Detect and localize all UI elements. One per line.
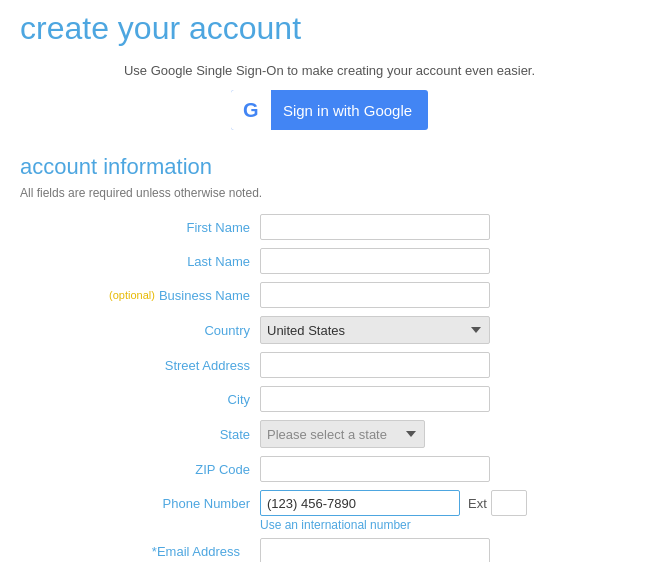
state-select[interactable]: Please select a state Alabama Alaska Ari… <box>260 420 425 448</box>
zip-code-label: ZIP Code <box>20 462 260 477</box>
first-name-row: First Name <box>20 214 639 240</box>
state-label: State <box>20 427 260 442</box>
street-address-row: Street Address <box>20 352 639 378</box>
first-name-input[interactable] <box>260 214 490 240</box>
country-select[interactable]: United States Canada United Kingdom Aust… <box>260 316 490 344</box>
first-name-label: First Name <box>20 220 260 235</box>
google-sign-in-button[interactable]: G Sign in with Google <box>231 90 428 130</box>
intl-number-link[interactable]: Use an international number <box>260 518 639 532</box>
page-container: create your account Use Google Single Si… <box>0 0 659 562</box>
required-note: All fields are required unless otherwise… <box>20 186 639 200</box>
google-g-logo: G <box>243 99 259 122</box>
ext-label: Ext <box>468 496 487 511</box>
phone-number-input[interactable] <box>260 490 460 516</box>
account-info-title: account information <box>20 154 639 180</box>
country-label: Country <box>20 323 260 338</box>
business-name-label: Business Name <box>159 288 250 303</box>
email-label-wrapper: *Email Address <box>20 544 260 559</box>
last-name-label: Last Name <box>20 254 260 269</box>
city-input[interactable] <box>260 386 490 412</box>
email-input[interactable] <box>260 538 490 562</box>
business-name-label-group: (optional) Business Name <box>20 288 260 303</box>
business-name-row: (optional) Business Name <box>20 282 639 308</box>
optional-tag: (optional) <box>109 289 155 301</box>
google-btn-label: Sign in with Google <box>283 102 412 119</box>
google-sso-text: Use Google Single Sign-On to make creati… <box>20 63 639 78</box>
state-row: State Please select a state Alabama Alas… <box>20 420 639 448</box>
phone-number-row: Phone Number Ext <box>20 490 639 516</box>
country-row: Country United States Canada United King… <box>20 316 639 344</box>
phone-number-label: Phone Number <box>20 496 260 511</box>
google-sso-section: Use Google Single Sign-On to make creati… <box>20 63 639 130</box>
account-form: First Name Last Name (optional) Business… <box>20 214 639 562</box>
zip-code-row: ZIP Code <box>20 456 639 482</box>
google-icon-box: G <box>231 90 271 130</box>
city-label: City <box>20 392 260 407</box>
zip-code-input[interactable] <box>260 456 490 482</box>
email-row: *Email Address <box>20 538 639 562</box>
street-address-input[interactable] <box>260 352 490 378</box>
last-name-row: Last Name <box>20 248 639 274</box>
street-address-label: Street Address <box>20 358 260 373</box>
business-name-input[interactable] <box>260 282 490 308</box>
page-title: create your account <box>20 10 639 47</box>
last-name-input[interactable] <box>260 248 490 274</box>
ext-input[interactable] <box>491 490 527 516</box>
email-label: *Email Address <box>152 544 250 559</box>
city-row: City <box>20 386 639 412</box>
